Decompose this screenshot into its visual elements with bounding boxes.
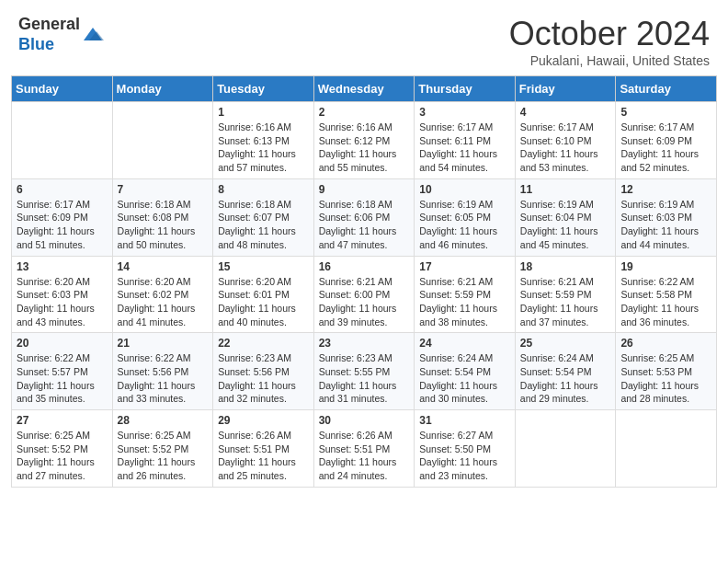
day-number: 10 <box>419 183 510 196</box>
calendar-cell: 2Sunrise: 6:16 AM Sunset: 6:12 PM Daylig… <box>313 102 415 179</box>
calendar-cell: 19Sunrise: 6:22 AM Sunset: 5:58 PM Dayli… <box>616 256 717 333</box>
day-number: 12 <box>620 183 711 196</box>
calendar-cell: 22Sunrise: 6:23 AM Sunset: 5:56 PM Dayli… <box>213 333 314 410</box>
day-info: Sunrise: 6:26 AM Sunset: 5:51 PM Dayligh… <box>319 429 410 483</box>
calendar-cell: 7Sunrise: 6:18 AM Sunset: 6:08 PM Daylig… <box>112 178 213 256</box>
calendar-cell <box>515 410 616 488</box>
calendar-cell: 9Sunrise: 6:18 AM Sunset: 6:06 PM Daylig… <box>313 178 415 256</box>
week-row-5: 27Sunrise: 6:25 AM Sunset: 5:52 PM Dayli… <box>12 410 717 488</box>
day-info: Sunrise: 6:17 AM Sunset: 6:09 PM Dayligh… <box>620 121 711 175</box>
day-number: 22 <box>218 337 309 350</box>
location-subtitle: Pukalani, Hawaii, United States <box>509 53 710 68</box>
calendar-cell <box>616 410 717 488</box>
logo: General Blue <box>18 15 104 54</box>
title-block: October 2024 Pukalani, Hawaii, United St… <box>509 15 710 68</box>
page-header: General Blue October 2024 Pukalani, Hawa… <box>0 0 728 75</box>
day-info: Sunrise: 6:25 AM Sunset: 5:52 PM Dayligh… <box>118 429 209 483</box>
day-number: 27 <box>17 414 108 427</box>
day-of-week-tuesday: Tuesday <box>213 76 314 102</box>
day-number: 9 <box>319 183 410 196</box>
calendar-cell: 8Sunrise: 6:18 AM Sunset: 6:07 PM Daylig… <box>213 178 314 256</box>
calendar-cell: 14Sunrise: 6:20 AM Sunset: 6:02 PM Dayli… <box>112 256 213 333</box>
day-number: 8 <box>218 183 309 196</box>
calendar-cell: 16Sunrise: 6:21 AM Sunset: 6:00 PM Dayli… <box>313 256 415 333</box>
day-info: Sunrise: 6:26 AM Sunset: 5:51 PM Dayligh… <box>218 429 309 483</box>
calendar-cell: 13Sunrise: 6:20 AM Sunset: 6:03 PM Dayli… <box>12 256 113 333</box>
day-info: Sunrise: 6:19 AM Sunset: 6:03 PM Dayligh… <box>620 198 711 252</box>
calendar-cell: 21Sunrise: 6:22 AM Sunset: 5:56 PM Dayli… <box>112 333 213 410</box>
day-number: 28 <box>118 414 209 427</box>
day-number: 11 <box>520 183 611 196</box>
day-number: 20 <box>17 337 108 350</box>
day-number: 25 <box>520 337 611 350</box>
day-number: 13 <box>17 260 108 273</box>
day-of-week-monday: Monday <box>112 76 213 102</box>
calendar-container: SundayMondayTuesdayWednesdayThursdayFrid… <box>0 75 728 499</box>
day-info: Sunrise: 6:20 AM Sunset: 6:03 PM Dayligh… <box>17 275 108 329</box>
day-info: Sunrise: 6:18 AM Sunset: 6:07 PM Dayligh… <box>218 198 309 252</box>
day-info: Sunrise: 6:22 AM Sunset: 5:57 PM Dayligh… <box>17 351 108 406</box>
day-info: Sunrise: 6:24 AM Sunset: 5:54 PM Dayligh… <box>520 351 611 406</box>
calendar-header: SundayMondayTuesdayWednesdayThursdayFrid… <box>12 76 717 102</box>
day-info: Sunrise: 6:22 AM Sunset: 5:56 PM Dayligh… <box>118 351 209 406</box>
day-info: Sunrise: 6:23 AM Sunset: 5:55 PM Dayligh… <box>319 351 410 406</box>
week-row-3: 13Sunrise: 6:20 AM Sunset: 6:03 PM Dayli… <box>12 256 717 333</box>
calendar-cell: 1Sunrise: 6:16 AM Sunset: 6:13 PM Daylig… <box>213 102 314 179</box>
day-info: Sunrise: 6:25 AM Sunset: 5:52 PM Dayligh… <box>17 429 108 483</box>
week-row-2: 6Sunrise: 6:17 AM Sunset: 6:09 PM Daylig… <box>12 178 717 256</box>
day-number: 3 <box>419 106 510 119</box>
calendar-cell: 31Sunrise: 6:27 AM Sunset: 5:50 PM Dayli… <box>415 410 516 488</box>
day-number: 16 <box>319 260 410 273</box>
calendar-cell: 18Sunrise: 6:21 AM Sunset: 5:59 PM Dayli… <box>515 256 616 333</box>
calendar-cell: 26Sunrise: 6:25 AM Sunset: 5:53 PM Dayli… <box>616 333 717 410</box>
day-info: Sunrise: 6:20 AM Sunset: 6:02 PM Dayligh… <box>118 275 209 329</box>
calendar-cell: 5Sunrise: 6:17 AM Sunset: 6:09 PM Daylig… <box>616 102 717 179</box>
day-info: Sunrise: 6:21 AM Sunset: 5:59 PM Dayligh… <box>419 275 510 329</box>
calendar-cell: 17Sunrise: 6:21 AM Sunset: 5:59 PM Dayli… <box>415 256 516 333</box>
day-number: 29 <box>218 414 309 427</box>
day-number: 4 <box>520 106 611 119</box>
day-number: 24 <box>419 337 510 350</box>
day-info: Sunrise: 6:21 AM Sunset: 6:00 PM Dayligh… <box>319 275 410 329</box>
day-of-week-thursday: Thursday <box>415 76 516 102</box>
day-info: Sunrise: 6:19 AM Sunset: 6:05 PM Dayligh… <box>419 198 510 252</box>
day-number: 26 <box>620 337 711 350</box>
calendar-cell: 20Sunrise: 6:22 AM Sunset: 5:57 PM Dayli… <box>12 333 113 410</box>
calendar-cell: 25Sunrise: 6:24 AM Sunset: 5:54 PM Dayli… <box>515 333 616 410</box>
calendar-cell: 11Sunrise: 6:19 AM Sunset: 6:04 PM Dayli… <box>515 178 616 256</box>
day-info: Sunrise: 6:22 AM Sunset: 5:58 PM Dayligh… <box>620 275 711 329</box>
day-number: 30 <box>319 414 410 427</box>
day-info: Sunrise: 6:16 AM Sunset: 6:13 PM Dayligh… <box>218 121 309 175</box>
day-number: 7 <box>118 183 209 196</box>
logo-general-text: General Blue <box>18 15 80 54</box>
calendar-cell: 30Sunrise: 6:26 AM Sunset: 5:51 PM Dayli… <box>313 410 415 488</box>
day-info: Sunrise: 6:18 AM Sunset: 6:06 PM Dayligh… <box>319 198 410 252</box>
day-info: Sunrise: 6:23 AM Sunset: 5:56 PM Dayligh… <box>218 351 309 406</box>
day-number: 6 <box>17 183 108 196</box>
day-info: Sunrise: 6:27 AM Sunset: 5:50 PM Dayligh… <box>419 429 510 483</box>
calendar-cell <box>112 102 213 179</box>
calendar-body: 1Sunrise: 6:16 AM Sunset: 6:13 PM Daylig… <box>12 102 717 488</box>
day-of-week-saturday: Saturday <box>616 76 717 102</box>
calendar-cell: 15Sunrise: 6:20 AM Sunset: 6:01 PM Dayli… <box>213 256 314 333</box>
calendar-cell: 29Sunrise: 6:26 AM Sunset: 5:51 PM Dayli… <box>213 410 314 488</box>
logo-icon <box>82 24 104 46</box>
month-title: October 2024 <box>509 15 710 53</box>
calendar-cell: 12Sunrise: 6:19 AM Sunset: 6:03 PM Dayli… <box>616 178 717 256</box>
calendar-table: SundayMondayTuesdayWednesdayThursdayFrid… <box>11 75 717 488</box>
day-info: Sunrise: 6:24 AM Sunset: 5:54 PM Dayligh… <box>419 351 510 406</box>
day-info: Sunrise: 6:17 AM Sunset: 6:10 PM Dayligh… <box>520 121 611 175</box>
day-of-week-sunday: Sunday <box>12 76 113 102</box>
day-number: 31 <box>419 414 510 427</box>
calendar-cell: 4Sunrise: 6:17 AM Sunset: 6:10 PM Daylig… <box>515 102 616 179</box>
day-number: 18 <box>520 260 611 273</box>
day-info: Sunrise: 6:17 AM Sunset: 6:11 PM Dayligh… <box>419 121 510 175</box>
day-number: 21 <box>118 337 209 350</box>
calendar-cell <box>12 102 113 179</box>
day-number: 2 <box>319 106 410 119</box>
days-of-week-row: SundayMondayTuesdayWednesdayThursdayFrid… <box>12 76 717 102</box>
day-info: Sunrise: 6:19 AM Sunset: 6:04 PM Dayligh… <box>520 198 611 252</box>
day-number: 5 <box>620 106 711 119</box>
day-info: Sunrise: 6:16 AM Sunset: 6:12 PM Dayligh… <box>319 121 410 175</box>
week-row-4: 20Sunrise: 6:22 AM Sunset: 5:57 PM Dayli… <box>12 333 717 410</box>
